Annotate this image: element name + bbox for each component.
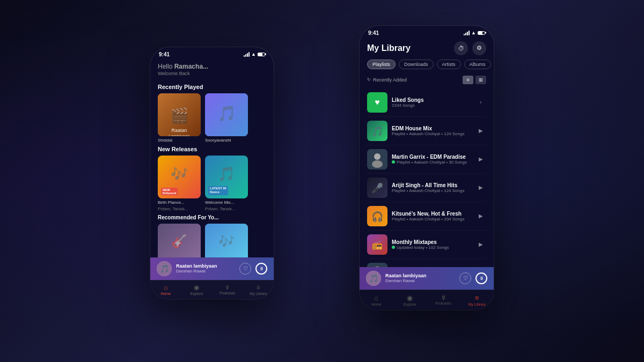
svg-text:🎵: 🎵 — [160, 264, 170, 274]
release-artist: Pritam, Tanisk... — [205, 206, 248, 211]
recently-played-list: 🎬 Raatan Lambiyaan Shiddat — [150, 93, 274, 143]
explore-icon: ◉ — [194, 284, 199, 291]
nav-podcasts-right[interactable]: 🎙 Podcasts — [427, 294, 460, 305]
list-item[interactable]: 🎧 Kitsuné's New, Hot & Fresh Playlist • … — [367, 202, 486, 231]
album-thumb: 🎵 — [205, 93, 248, 136]
martin-subtitle: Playlist • Aakash Chotiyal • 30 Songs — [392, 160, 471, 165]
history-button[interactable]: ⏱ — [454, 41, 468, 55]
svg-text:📻: 📻 — [372, 240, 383, 250]
badge-latest: LATEST INDance — [208, 186, 228, 195]
mixtapes-thumb: 📻 — [367, 234, 387, 255]
play-button[interactable]: ▶ — [475, 125, 486, 136]
np-controls-right: ♡ ⏸ — [459, 272, 487, 284]
nav-podcasts-left[interactable]: 🎙 Podcasts — [212, 285, 243, 295]
edm-info: EDM House Mix Playlist • Aakash Chotiyal… — [392, 125, 471, 136]
home-header: Hello Ramacha... Welcome Back — [150, 60, 274, 80]
tab-playlists[interactable]: Playlists — [367, 60, 396, 69]
nav-label-explore: Explore — [404, 302, 416, 306]
list-item[interactable]: 🎬 Raatan Lambiyaan Shiddat — [158, 93, 201, 143]
rec-thumb: 🎶 — [205, 224, 248, 261]
svg-text:🎵: 🎵 — [218, 165, 236, 182]
list-item[interactable]: Martin Garrix - EDM Paradise Playlist • … — [367, 145, 486, 174]
release-thumb: 🎶 NEWBollywood — [158, 156, 201, 198]
tab-downloads[interactable]: Downloads — [399, 60, 434, 69]
list-item[interactable]: ♥ Liked Songs 2334 Songs › — [367, 88, 486, 117]
album-label: Shiddat — [158, 138, 201, 143]
refresh-icon: ↻ — [367, 77, 371, 82]
arijit-thumb: 🎤 — [367, 178, 387, 198]
nav-library-left[interactable]: ≡ My Library — [243, 284, 274, 295]
recently-played-title: Recently Played — [150, 80, 274, 93]
svg-text:🎶: 🎶 — [218, 233, 235, 249]
home-phone: 9:41 ▲ Hello Ramacha... Welcome Back — [150, 47, 274, 299]
list-item[interactable]: 📻 Monthly Mixtapes Updated today • 102 S… — [367, 231, 486, 259]
list-item[interactable]: 🎵 LATEST INDance Welcome Mix... Pritam, … — [205, 156, 248, 211]
nav-label-home: Home — [371, 302, 382, 306]
welcome-text: Welcome Back — [158, 71, 266, 76]
grid-view-button[interactable]: ⊞ — [475, 76, 486, 84]
svg-point-22 — [372, 160, 383, 168]
nav-label-library: My Library — [468, 302, 486, 306]
badge-new: NEWBollywood — [161, 188, 178, 195]
heart-button-right[interactable]: ♡ — [459, 272, 471, 284]
list-item[interactable]: 🎵 EDM House Mix Playlist • Aakash Chotiy… — [367, 117, 486, 145]
bottom-nav-right: ⌂ Home ◉ Explore 🎙 Podcasts ≡ My Library — [360, 290, 494, 310]
nav-label: Podcasts — [219, 291, 235, 295]
liked-songs-title: Liked Songs — [392, 97, 471, 103]
list-item[interactable]: 🎵 Sooryavanshi — [205, 93, 248, 143]
list-item[interactable]: 🎶 NEWBollywood Birth Plance... Pritam, T… — [158, 156, 201, 211]
release-artist: Pritam, Tanisk... — [158, 206, 201, 211]
now-playing-bar-left[interactable]: 🎵 Raatan lambiyaan Darshan Rawal ♡ ⏸ — [150, 257, 274, 280]
heart-button-left[interactable]: ♡ — [239, 263, 251, 275]
martin-title: Martin Garrix - EDM Paradise — [392, 154, 471, 160]
settings-icon: ⚙ — [477, 45, 482, 51]
library-header: My Library ⏱ ⚙ — [360, 38, 494, 60]
nav-label: My Library — [250, 292, 267, 295]
nav-home-right[interactable]: ⌂ Home — [360, 294, 393, 306]
list-item[interactable]: 🎤 Arijit Singh - All Time Hits Playlist … — [367, 174, 486, 202]
kitsune-thumb: 🎧 — [367, 206, 387, 226]
arijit-info: Arijit Singh - All Time Hits Playlist • … — [392, 182, 471, 193]
nav-explore-right[interactable]: ◉ Explore — [393, 294, 427, 306]
pause-button-left[interactable]: ⏸ — [255, 263, 267, 275]
play-button[interactable]: ▶ — [475, 239, 486, 250]
podcast-icon: 🎙 — [225, 285, 230, 291]
np-info-right: Raatan lambiyaan Darshan Rawal — [385, 273, 455, 283]
nav-explore-left[interactable]: ◉ Explore — [181, 284, 213, 295]
view-toggle: ≡ ⊞ — [463, 76, 486, 84]
list-item[interactable]: 🎸 — [158, 224, 201, 261]
kitsune-title: Kitsuné's New, Hot & Fresh — [392, 211, 471, 217]
library-icon-right: ≡ — [475, 294, 479, 302]
list-item[interactable]: 🎶 — [205, 224, 248, 261]
mixtapes-title: Monthly Mixtapes — [392, 239, 471, 245]
now-playing-bar-right[interactable]: 🎵 Raatan lambiyaan Darshan Rawal ♡ ⏸ — [360, 267, 494, 290]
np-artist-left: Darshan Rawal — [176, 269, 235, 274]
recommended-title: Recommended For Yo... — [150, 211, 274, 224]
library-title: My Library — [367, 43, 411, 53]
signal-icon — [244, 52, 250, 57]
play-button[interactable]: › — [475, 97, 486, 108]
play-button[interactable]: ▶ — [475, 182, 486, 193]
nav-home-left[interactable]: ⌂ Home — [150, 284, 181, 295]
pause-button-right[interactable]: ⏸ — [475, 272, 487, 284]
green-dot — [392, 160, 395, 164]
svg-text:🎬: 🎬 — [170, 107, 189, 124]
tab-artists[interactable]: Artists — [437, 60, 461, 69]
play-button[interactable]: ▶ — [475, 211, 486, 221]
list-view-button[interactable]: ≡ — [463, 76, 473, 84]
status-icons-right: ▲ — [464, 30, 485, 35]
battery-icon — [258, 53, 265, 56]
home-icon: ⌂ — [164, 284, 167, 291]
settings-button[interactable]: ⚙ — [472, 41, 486, 55]
album-thumb: 🎬 Raatan Lambiyaan — [158, 93, 201, 136]
tab-albums[interactable]: Albums — [464, 60, 491, 69]
heart-icon: ♥ — [375, 98, 380, 107]
recommended-list: 🎸 🎶 — [150, 224, 274, 261]
nav-library-right[interactable]: ≡ My Library — [460, 294, 494, 306]
svg-text:🎵: 🎵 — [371, 125, 384, 137]
svg-text:🎶: 🎶 — [171, 165, 188, 182]
play-button[interactable]: ▶ — [475, 154, 486, 165]
svg-text:🎵: 🎵 — [369, 274, 379, 283]
new-releases-list: 🎶 NEWBollywood Birth Plance... Pritam, T… — [150, 156, 274, 211]
svg-text:🎧: 🎧 — [371, 210, 384, 222]
